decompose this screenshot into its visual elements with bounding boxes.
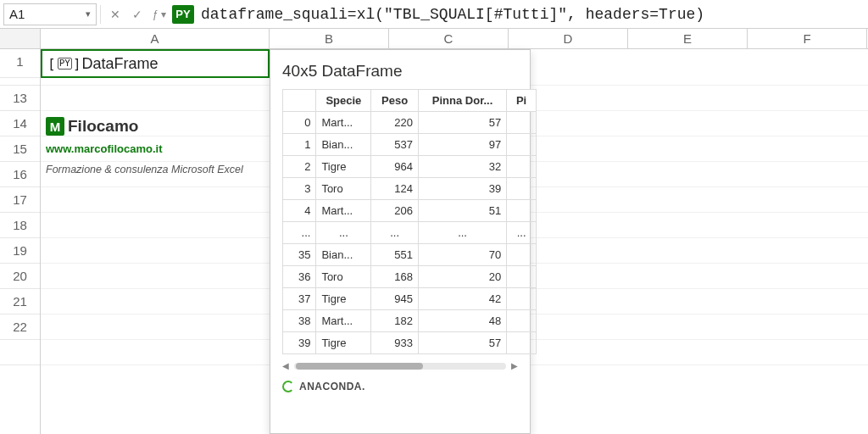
row-header-15[interactable]: 15: [0, 136, 40, 162]
td-peso: 206: [371, 200, 419, 222]
row-headers: 1 13 14 15 16 17 18 19 20 21 22: [0, 49, 41, 434]
row-header-13[interactable]: 13: [0, 86, 40, 111]
table-row: 38Mart...18248: [283, 310, 537, 332]
bracket-open: [: [47, 56, 55, 72]
td-idx: 35: [283, 244, 316, 266]
td-specie: Mart...: [316, 310, 371, 332]
brand-url[interactable]: www.marcofilocamo.it: [46, 142, 243, 155]
anaconda-icon: [282, 381, 294, 392]
scroll-right-icon[interactable]: ▶: [511, 361, 518, 370]
brand-tagline: Formazione & consulenza Microsoft Excel: [46, 164, 243, 175]
row-header-gap[interactable]: [0, 78, 40, 86]
row-header-20[interactable]: 20: [0, 264, 40, 289]
formula-input[interactable]: dataframe_squali=xl("TBL_SQUALI[#Tutti]"…: [198, 6, 704, 23]
td-extra: [507, 112, 537, 134]
td-extra: [507, 310, 537, 332]
cell-A1-text: DataFrame: [82, 55, 159, 73]
column-headers: A B C D E F: [0, 29, 868, 49]
td-peso: 964: [371, 156, 419, 178]
td-pinna: 57: [418, 112, 506, 134]
td-pinna: 48: [418, 310, 506, 332]
col-header-B[interactable]: B: [270, 29, 389, 48]
row-header-19[interactable]: 19: [0, 238, 40, 264]
row-header-18[interactable]: 18: [0, 213, 40, 238]
td-pinna: 70: [418, 244, 506, 266]
table-row: 36Toro16820: [283, 266, 537, 288]
grid-area[interactable]: [ PY ] DataFrame M Filocamo www.marcofil…: [41, 49, 868, 434]
td-specie: Bian...: [316, 134, 371, 156]
fx-dropdown-icon[interactable]: ƒ ▾: [150, 5, 169, 24]
formula-bar: A1 ▾ ✕ ✓ ƒ ▾ PY dataframe_squali=xl("TBL…: [0, 0, 868, 29]
td-idx: 37: [283, 288, 316, 310]
table-row: 1Bian...53797: [283, 134, 537, 156]
table-row: 3Toro12439: [283, 178, 537, 200]
cancel-icon[interactable]: ✕: [106, 5, 125, 24]
table-row: 0Mart...22057: [283, 112, 537, 134]
table-row: 37Tigre94542: [283, 288, 537, 310]
brand-block: M Filocamo www.marcofilocamo.it Formazio…: [46, 117, 243, 175]
td-pinna: 32: [418, 156, 506, 178]
row-header-1[interactable]: 1: [0, 49, 40, 78]
table-row: 39Tigre93357: [283, 332, 537, 354]
td-specie: Tigre: [316, 288, 371, 310]
col-header-F[interactable]: F: [748, 29, 867, 48]
td-extra: [507, 266, 537, 288]
select-all-corner[interactable]: [0, 29, 41, 48]
table-row: 4Mart...20651: [283, 200, 537, 222]
brand-logo: M Filocamo: [46, 117, 243, 136]
td-idx: 3: [283, 178, 316, 200]
td-pinna: 51: [418, 200, 506, 222]
col-header-E[interactable]: E: [628, 29, 748, 48]
row-header-14[interactable]: 14: [0, 111, 40, 136]
td-extra: [507, 156, 537, 178]
td-peso: 945: [371, 288, 419, 310]
table-header-row: Specie Peso Pinna Dor... Pi: [283, 90, 537, 112]
scroll-left-icon[interactable]: ◀: [282, 361, 289, 370]
td-peso: 182: [371, 310, 419, 332]
confirm-icon[interactable]: ✓: [128, 5, 147, 24]
td-specie: Mart...: [316, 200, 371, 222]
td-specie: Toro: [316, 178, 371, 200]
formula-controls: ✕ ✓ ƒ ▾: [100, 5, 169, 24]
name-box-value: A1: [9, 7, 25, 21]
row-header-17[interactable]: 17: [0, 187, 40, 213]
chevron-down-icon[interactable]: ▾: [86, 8, 91, 19]
td-specie: Toro: [316, 266, 371, 288]
horizontal-scrollbar[interactable]: ◀ ▶: [282, 361, 518, 370]
scroll-track[interactable]: [294, 363, 506, 370]
col-header-D[interactable]: D: [509, 29, 628, 48]
row-header-16[interactable]: 16: [0, 162, 40, 187]
col-header-A[interactable]: A: [41, 29, 270, 48]
td-extra: [507, 178, 537, 200]
th-extra: Pi: [507, 90, 537, 112]
td-peso: 220: [371, 112, 419, 134]
td-specie: Bian...: [316, 244, 371, 266]
scroll-thumb[interactable]: [296, 363, 423, 370]
td-peso: 537: [371, 134, 419, 156]
td-idx: 36: [283, 266, 316, 288]
td-peso: 551: [371, 244, 419, 266]
cell-A1[interactable]: [ PY ] DataFrame: [41, 49, 270, 78]
table-row: 2Tigre96432: [283, 156, 537, 178]
td-peso: 933: [371, 332, 419, 354]
col-header-C[interactable]: C: [389, 29, 509, 48]
td-pinna: 42: [418, 288, 506, 310]
brand-mark: M: [46, 117, 64, 136]
td-pinna: 97: [418, 134, 506, 156]
row-header-23[interactable]: [0, 340, 40, 365]
row-header-21[interactable]: 21: [0, 289, 40, 314]
td-pinna: 39: [418, 178, 506, 200]
row-header-22[interactable]: 22: [0, 314, 40, 340]
td-extra: [507, 200, 537, 222]
th-index: [283, 90, 316, 112]
python-badge: PY: [172, 5, 194, 24]
td-idx: 1: [283, 134, 316, 156]
anaconda-label: ANACONDA.: [299, 381, 365, 392]
th-specie: Specie: [316, 90, 371, 112]
table-ellipsis-row: ...............: [283, 222, 537, 244]
td-idx: 4: [283, 200, 316, 222]
td-extra: [507, 244, 537, 266]
th-pinna: Pinna Dor...: [418, 90, 506, 112]
name-box[interactable]: A1 ▾: [3, 3, 97, 25]
td-idx: 0: [283, 112, 316, 134]
